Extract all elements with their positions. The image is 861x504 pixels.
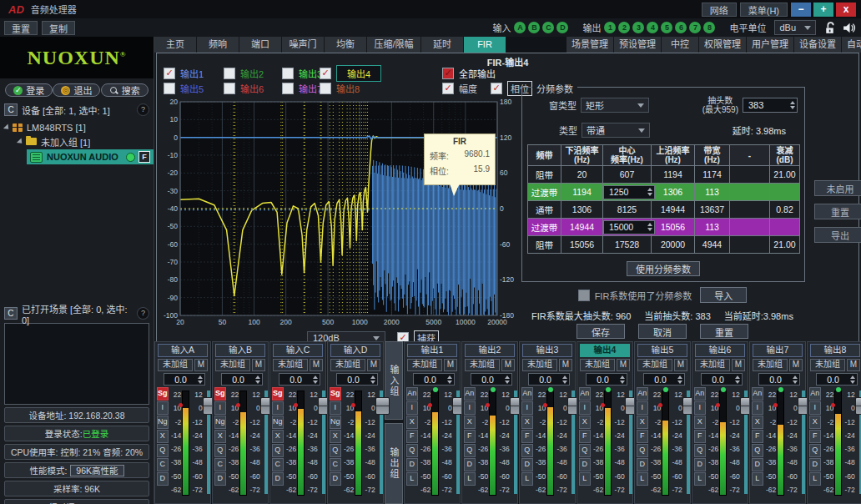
- all-outputs-checkbox[interactable]: ✓: [442, 68, 454, 79]
- apply-crossover-button[interactable]: 使用分频参数: [627, 261, 700, 276]
- badge-F[interactable]: F: [752, 430, 763, 443]
- channel-toggle-输出2[interactable]: 输出2: [224, 67, 264, 80]
- taps-spinner[interactable]: 383: [743, 98, 798, 113]
- channel-checkbox[interactable]: [224, 68, 235, 79]
- badge-D[interactable]: D: [521, 458, 533, 471]
- badge-D[interactable]: D: [809, 458, 821, 471]
- badge-Sg[interactable]: Sg: [214, 387, 226, 401]
- fir-response-chart[interactable]: 2050100200500100020005000100002000020100…: [160, 97, 514, 329]
- badge-L[interactable]: L: [694, 472, 706, 486]
- channel-checkbox[interactable]: ✓: [320, 68, 331, 79]
- channel-name-button[interactable]: 输出7: [753, 344, 803, 357]
- channel-toggle-输出7[interactable]: 输出7: [282, 82, 322, 95]
- close-button[interactable]: x: [836, 3, 856, 17]
- gain-spinner[interactable]: 0.0: [336, 373, 378, 386]
- speaker-icon[interactable]: [842, 21, 856, 35]
- mute-button[interactable]: M: [789, 359, 803, 371]
- tab-压缩/限幅[interactable]: 压缩/限幅: [367, 37, 421, 53]
- mute-button[interactable]: M: [367, 359, 380, 371]
- badge-X[interactable]: X: [330, 430, 341, 443]
- group-button[interactable]: 未加组: [810, 359, 845, 371]
- channel-toggle-输出4[interactable]: ✓输出4: [320, 67, 381, 80]
- mute-button[interactable]: M: [559, 359, 572, 371]
- badge-L[interactable]: L: [521, 472, 533, 486]
- device-collapse-box[interactable]: C: [4, 103, 18, 116]
- performance-mode-button[interactable]: 96K高性能: [70, 465, 123, 476]
- group-button[interactable]: 未加组: [330, 359, 365, 371]
- badge-L[interactable]: L: [809, 472, 821, 486]
- badge-X[interactable]: X: [579, 416, 591, 429]
- badge-F[interactable]: F: [579, 430, 591, 443]
- tab-端口[interactable]: 端口: [239, 37, 282, 53]
- mute-button[interactable]: M: [674, 359, 687, 371]
- badge-X[interactable]: X: [809, 416, 821, 429]
- tab-设备设置[interactable]: 设备设置: [794, 37, 842, 53]
- badge-I[interactable]: I: [464, 401, 476, 415]
- expander-icon[interactable]: [17, 138, 24, 145]
- badge-Sg[interactable]: Sg: [330, 387, 341, 401]
- badge-An[interactable]: An: [579, 387, 591, 401]
- badge-X[interactable]: X: [272, 430, 284, 443]
- tab-均衡[interactable]: 均衡: [325, 37, 367, 53]
- badge-C[interactable]: C: [214, 458, 226, 471]
- tab-频响[interactable]: 频响: [197, 37, 239, 53]
- tab-主页[interactable]: 主页: [154, 37, 197, 53]
- badge-D[interactable]: D: [406, 458, 418, 471]
- minimize-button[interactable]: −: [791, 3, 811, 17]
- badge-X[interactable]: X: [637, 416, 648, 429]
- badge-L[interactable]: L: [464, 472, 476, 486]
- fader-track[interactable]: [802, 391, 805, 494]
- badge-An[interactable]: An: [809, 387, 821, 401]
- side-button-重置[interactable]: 重置: [814, 204, 861, 219]
- channel-name-button[interactable]: 输出2: [465, 344, 515, 357]
- fader-knob[interactable]: [375, 397, 390, 415]
- channel-checkbox[interactable]: [282, 83, 294, 94]
- channel-toggle-输出3[interactable]: 输出3: [282, 67, 322, 80]
- badge-F[interactable]: F: [637, 430, 648, 443]
- channel-toggle-输出6[interactable]: 输出6: [224, 82, 264, 95]
- badge-I[interactable]: I: [637, 401, 648, 415]
- badge-Ng[interactable]: Ng: [214, 416, 226, 429]
- gain-spinner[interactable]: 0.0: [164, 373, 205, 386]
- gain-spinner[interactable]: 0.0: [413, 373, 455, 386]
- coeff-checkbox[interactable]: [578, 290, 590, 301]
- badge-Q[interactable]: Q: [694, 444, 706, 457]
- badge-I[interactable]: I: [157, 401, 169, 415]
- action-button-重置[interactable]: 重置: [700, 324, 748, 339]
- badge-D[interactable]: D: [272, 472, 284, 486]
- badge-I[interactable]: I: [521, 401, 533, 415]
- spinner-arrows[interactable]: [370, 375, 375, 384]
- side-button-未启用[interactable]: 未启用: [814, 180, 861, 196]
- channel-name-button[interactable]: 输入D: [330, 344, 380, 357]
- channel-checkbox[interactable]: ✓: [164, 68, 175, 79]
- tree-node-root[interactable]: LM848RTS [1]: [5, 120, 154, 134]
- tab-权限管理[interactable]: 权限管理: [699, 37, 747, 53]
- help-icon[interactable]: ?: [137, 307, 149, 320]
- channel-name-button[interactable]: 输出1: [407, 344, 457, 357]
- badge-F[interactable]: F: [406, 430, 418, 443]
- mute-button[interactable]: M: [732, 359, 745, 371]
- maximize-button[interactable]: +: [813, 3, 833, 17]
- group-button[interactable]: 未加组: [215, 359, 250, 371]
- group-button[interactable]: 未加组: [273, 359, 308, 371]
- fader-track[interactable]: [514, 391, 517, 494]
- badge-Q[interactable]: Q: [637, 444, 648, 457]
- badge-L[interactable]: L: [637, 472, 648, 486]
- spinner-arrows[interactable]: [562, 375, 567, 384]
- badge-I[interactable]: I: [406, 401, 418, 415]
- badge-Q[interactable]: Q: [521, 444, 533, 457]
- phase-checkbox[interactable]: ✓: [491, 83, 502, 94]
- badge-F[interactable]: F: [694, 430, 706, 443]
- channel-name-button[interactable]: 输入C: [273, 344, 323, 357]
- group-button[interactable]: 未加组: [465, 359, 500, 371]
- badge-F[interactable]: F: [521, 430, 533, 443]
- badge-D[interactable]: D: [637, 458, 648, 471]
- badge-I[interactable]: I: [330, 401, 341, 415]
- badge-Ng[interactable]: Ng: [157, 416, 169, 429]
- badge-I[interactable]: I: [272, 401, 284, 415]
- gain-spinner[interactable]: 0.0: [221, 373, 263, 386]
- badge-Q[interactable]: Q: [272, 444, 284, 457]
- action-button-保存[interactable]: 保存: [577, 324, 625, 339]
- badge-L[interactable]: L: [406, 472, 418, 486]
- badge-C[interactable]: C: [330, 458, 341, 471]
